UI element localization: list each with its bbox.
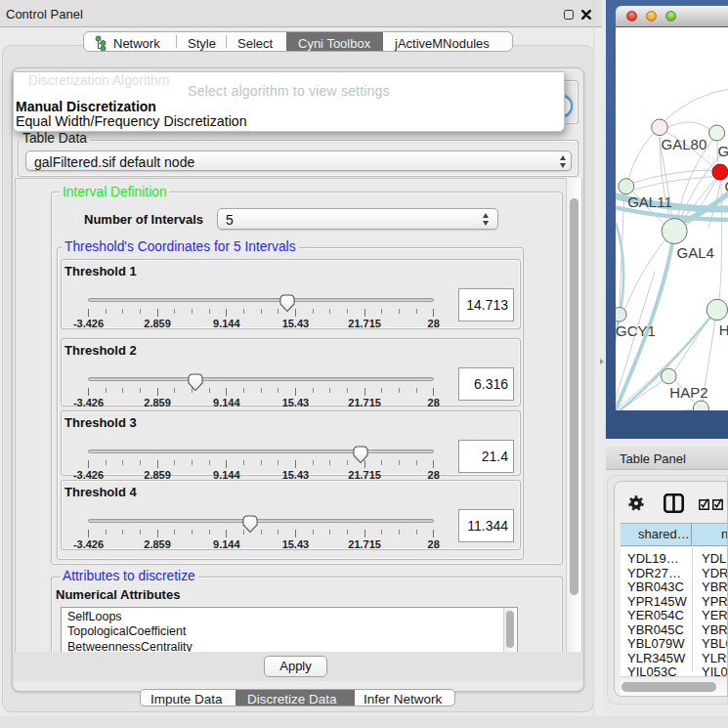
- svg-text:G: G: [725, 178, 728, 194]
- svg-text:GCY1: GCY1: [616, 322, 656, 339]
- svg-text:HAP2: HAP2: [669, 384, 707, 401]
- svg-text:GA: GA: [717, 143, 728, 159]
- svg-text:GAL80: GAL80: [662, 136, 707, 152]
- svg-text:GAL4: GAL4: [677, 244, 714, 261]
- svg-text:H: H: [719, 321, 728, 338]
- svg-text:GAL11: GAL11: [627, 193, 672, 210]
